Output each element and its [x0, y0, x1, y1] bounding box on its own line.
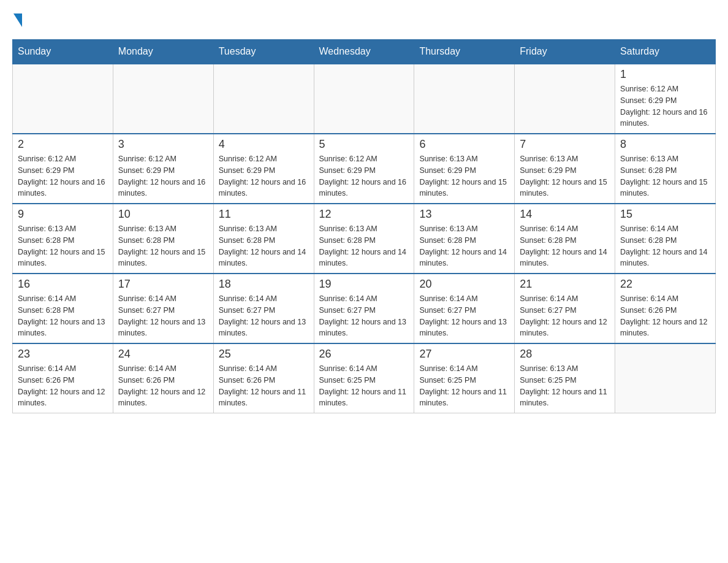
calendar-cell	[113, 64, 213, 134]
logo-arrow-icon	[13, 13, 22, 27]
calendar-cell: 16Sunrise: 6:14 AM Sunset: 6:28 PM Dayli…	[13, 274, 113, 343]
day-number: 4	[219, 138, 309, 151]
day-number: 11	[219, 208, 309, 221]
day-number: 21	[520, 278, 610, 291]
day-info: Sunrise: 6:14 AM Sunset: 6:28 PM Dayligh…	[18, 293, 108, 339]
day-number: 9	[18, 208, 108, 221]
day-info: Sunrise: 6:14 AM Sunset: 6:25 PM Dayligh…	[319, 363, 409, 409]
day-number: 20	[419, 278, 509, 291]
calendar-cell: 13Sunrise: 6:13 AM Sunset: 6:28 PM Dayli…	[414, 204, 515, 274]
calendar-cell: 10Sunrise: 6:13 AM Sunset: 6:28 PM Dayli…	[113, 204, 213, 274]
calendar-cell: 20Sunrise: 6:14 AM Sunset: 6:27 PM Dayli…	[414, 274, 515, 343]
logo-text	[12, 12, 22, 27]
day-info: Sunrise: 6:14 AM Sunset: 6:26 PM Dayligh…	[18, 363, 108, 409]
day-info: Sunrise: 6:14 AM Sunset: 6:26 PM Dayligh…	[118, 363, 208, 409]
day-number: 5	[319, 138, 409, 151]
day-number: 6	[419, 138, 509, 151]
day-info: Sunrise: 6:13 AM Sunset: 6:29 PM Dayligh…	[520, 153, 610, 199]
day-info: Sunrise: 6:14 AM Sunset: 6:28 PM Dayligh…	[620, 223, 710, 269]
calendar-cell: 1Sunrise: 6:12 AM Sunset: 6:29 PM Daylig…	[615, 64, 716, 134]
day-number: 23	[18, 348, 108, 361]
calendar-header: SundayMondayTuesdayWednesdayThursdayFrid…	[13, 40, 716, 64]
day-number: 26	[319, 348, 409, 361]
weekday-header-friday: Friday	[515, 40, 615, 64]
weekday-header-tuesday: Tuesday	[213, 40, 314, 64]
day-number: 1	[620, 68, 710, 81]
calendar-cell	[414, 64, 515, 134]
calendar-cell: 18Sunrise: 6:14 AM Sunset: 6:27 PM Dayli…	[213, 274, 314, 343]
calendar-cell	[515, 64, 615, 134]
weekday-header-monday: Monday	[113, 40, 213, 64]
weekday-header-wednesday: Wednesday	[314, 40, 414, 64]
day-info: Sunrise: 6:13 AM Sunset: 6:28 PM Dayligh…	[118, 223, 208, 269]
day-number: 7	[520, 138, 610, 151]
day-number: 19	[319, 278, 409, 291]
calendar-week-5: 23Sunrise: 6:14 AM Sunset: 6:26 PM Dayli…	[13, 343, 716, 413]
calendar-cell	[213, 64, 314, 134]
calendar-cell: 24Sunrise: 6:14 AM Sunset: 6:26 PM Dayli…	[113, 343, 213, 413]
calendar-cell	[615, 343, 716, 413]
day-number: 14	[520, 208, 610, 221]
calendar-cell: 6Sunrise: 6:13 AM Sunset: 6:29 PM Daylig…	[414, 134, 515, 204]
day-number: 18	[219, 278, 309, 291]
day-info: Sunrise: 6:14 AM Sunset: 6:27 PM Dayligh…	[319, 293, 409, 339]
calendar-week-3: 9Sunrise: 6:13 AM Sunset: 6:28 PM Daylig…	[13, 204, 716, 274]
day-info: Sunrise: 6:14 AM Sunset: 6:27 PM Dayligh…	[419, 293, 509, 339]
weekday-header-sunday: Sunday	[13, 40, 113, 64]
day-number: 28	[520, 348, 610, 361]
calendar-cell: 7Sunrise: 6:13 AM Sunset: 6:29 PM Daylig…	[515, 134, 615, 204]
calendar-body: 1Sunrise: 6:12 AM Sunset: 6:29 PM Daylig…	[13, 64, 716, 413]
calendar-cell: 14Sunrise: 6:14 AM Sunset: 6:28 PM Dayli…	[515, 204, 615, 274]
calendar-week-1: 1Sunrise: 6:12 AM Sunset: 6:29 PM Daylig…	[13, 64, 716, 134]
day-info: Sunrise: 6:13 AM Sunset: 6:28 PM Dayligh…	[18, 223, 108, 269]
calendar-cell: 27Sunrise: 6:14 AM Sunset: 6:25 PM Dayli…	[414, 343, 515, 413]
calendar-week-4: 16Sunrise: 6:14 AM Sunset: 6:28 PM Dayli…	[13, 274, 716, 343]
calendar-week-2: 2Sunrise: 6:12 AM Sunset: 6:29 PM Daylig…	[13, 134, 716, 204]
calendar-cell: 25Sunrise: 6:14 AM Sunset: 6:26 PM Dayli…	[213, 343, 314, 413]
day-info: Sunrise: 6:14 AM Sunset: 6:28 PM Dayligh…	[520, 223, 610, 269]
day-number: 15	[620, 208, 710, 221]
day-number: 22	[620, 278, 710, 291]
day-number: 10	[118, 208, 208, 221]
calendar-cell: 11Sunrise: 6:13 AM Sunset: 6:28 PM Dayli…	[213, 204, 314, 274]
calendar-cell: 3Sunrise: 6:12 AM Sunset: 6:29 PM Daylig…	[113, 134, 213, 204]
calendar-cell: 2Sunrise: 6:12 AM Sunset: 6:29 PM Daylig…	[13, 134, 113, 204]
day-info: Sunrise: 6:14 AM Sunset: 6:26 PM Dayligh…	[219, 363, 309, 409]
day-number: 3	[118, 138, 208, 151]
calendar-cell: 21Sunrise: 6:14 AM Sunset: 6:27 PM Dayli…	[515, 274, 615, 343]
day-number: 24	[118, 348, 208, 361]
calendar-table: SundayMondayTuesdayWednesdayThursdayFrid…	[12, 39, 716, 413]
day-info: Sunrise: 6:13 AM Sunset: 6:28 PM Dayligh…	[620, 153, 710, 199]
calendar-cell: 5Sunrise: 6:12 AM Sunset: 6:29 PM Daylig…	[314, 134, 414, 204]
calendar-cell: 19Sunrise: 6:14 AM Sunset: 6:27 PM Dayli…	[314, 274, 414, 343]
calendar-cell: 9Sunrise: 6:13 AM Sunset: 6:28 PM Daylig…	[13, 204, 113, 274]
calendar-cell: 28Sunrise: 6:13 AM Sunset: 6:25 PM Dayli…	[515, 343, 615, 413]
day-number: 17	[118, 278, 208, 291]
calendar-cell: 4Sunrise: 6:12 AM Sunset: 6:29 PM Daylig…	[213, 134, 314, 204]
calendar-cell: 17Sunrise: 6:14 AM Sunset: 6:27 PM Dayli…	[113, 274, 213, 343]
weekday-header-saturday: Saturday	[615, 40, 716, 64]
logo	[12, 12, 22, 27]
weekday-header-thursday: Thursday	[414, 40, 515, 64]
day-info: Sunrise: 6:12 AM Sunset: 6:29 PM Dayligh…	[219, 153, 309, 199]
calendar-cell: 23Sunrise: 6:14 AM Sunset: 6:26 PM Dayli…	[13, 343, 113, 413]
day-number: 13	[419, 208, 509, 221]
day-info: Sunrise: 6:13 AM Sunset: 6:28 PM Dayligh…	[419, 223, 509, 269]
day-info: Sunrise: 6:13 AM Sunset: 6:28 PM Dayligh…	[319, 223, 409, 269]
calendar-cell: 12Sunrise: 6:13 AM Sunset: 6:28 PM Dayli…	[314, 204, 414, 274]
page-header	[12, 12, 716, 27]
day-number: 8	[620, 138, 710, 151]
day-number: 25	[219, 348, 309, 361]
day-info: Sunrise: 6:13 AM Sunset: 6:28 PM Dayligh…	[219, 223, 309, 269]
calendar-cell: 26Sunrise: 6:14 AM Sunset: 6:25 PM Dayli…	[314, 343, 414, 413]
day-info: Sunrise: 6:13 AM Sunset: 6:29 PM Dayligh…	[419, 153, 509, 199]
calendar-cell: 22Sunrise: 6:14 AM Sunset: 6:26 PM Dayli…	[615, 274, 716, 343]
day-info: Sunrise: 6:14 AM Sunset: 6:27 PM Dayligh…	[219, 293, 309, 339]
day-info: Sunrise: 6:14 AM Sunset: 6:25 PM Dayligh…	[419, 363, 509, 409]
calendar-cell: 8Sunrise: 6:13 AM Sunset: 6:28 PM Daylig…	[615, 134, 716, 204]
day-info: Sunrise: 6:13 AM Sunset: 6:25 PM Dayligh…	[520, 363, 610, 409]
day-info: Sunrise: 6:12 AM Sunset: 6:29 PM Dayligh…	[118, 153, 208, 199]
day-number: 16	[18, 278, 108, 291]
day-number: 27	[419, 348, 509, 361]
day-info: Sunrise: 6:14 AM Sunset: 6:26 PM Dayligh…	[620, 293, 710, 339]
